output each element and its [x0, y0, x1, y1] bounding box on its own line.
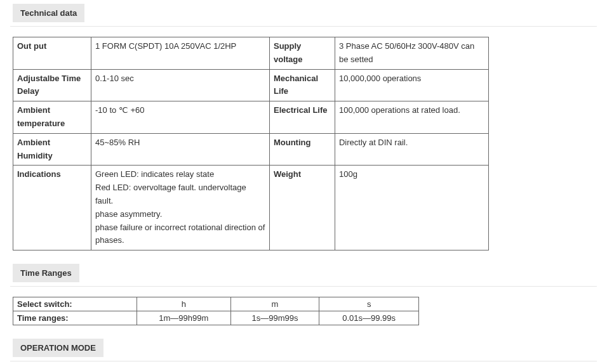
spec-val: -10 to ℃ +60	[91, 101, 270, 134]
spec-val: 45~85% RH	[91, 133, 270, 166]
time-row-label: Select switch:	[13, 297, 137, 311]
time-val: 1m—99h99m	[137, 311, 231, 325]
table-row: Time ranges: 1m—99h99m 1s—99m99s 0.01s—9…	[13, 311, 419, 325]
spec-val: 0.1-10 sec	[91, 69, 270, 101]
indications-line: phase asymmetry.	[95, 209, 162, 219]
spec-val: 100g	[335, 166, 488, 250]
spec-val: Directly at DIN rail.	[335, 133, 488, 166]
spec-val: 100,000 operations at rated load.	[335, 101, 488, 134]
spec-key: Electrical Life	[269, 101, 335, 134]
spec-key: Mounting	[269, 133, 335, 166]
divider	[10, 286, 597, 287]
section-technical-data: Technical data	[13, 4, 84, 22]
spec-key: Adjustalbe Time Delay	[13, 69, 91, 101]
indications-line: phase failure or incorrect rotational di…	[95, 223, 265, 245]
spec-val: 3 Phase AC 50/60Hz 300V-480V can be sett…	[335, 37, 488, 70]
spec-key: Weight	[269, 166, 335, 250]
time-col-s: s	[319, 297, 419, 311]
table-row: Out put 1 FORM C(SPDT) 10A 250VAC 1/2HP …	[13, 37, 489, 70]
table-row: Select switch: h m s	[13, 297, 419, 311]
time-val: 0.01s—99.99s	[319, 311, 419, 325]
spec-key: Out put	[13, 37, 91, 70]
time-col-m: m	[230, 297, 319, 311]
table-row: Ambient temperature -10 to ℃ +60 Electri…	[13, 101, 489, 134]
section-operation-mode: OPERATION MODE	[13, 339, 103, 357]
time-row-label: Time ranges:	[13, 311, 137, 325]
spec-key: Indications	[13, 166, 91, 250]
section-time-ranges: Time Ranges	[13, 264, 79, 282]
divider	[10, 361, 597, 361]
time-val: 1s—99m99s	[230, 311, 319, 325]
spec-key: Ambient temperature	[13, 101, 91, 134]
table-row: Ambient Humidity 45~85% RH Mounting Dire…	[13, 133, 489, 166]
indications-line: Green LED: indicates relay state	[95, 169, 214, 179]
indications-line: Red LED: overvoltage fault. undervoltage…	[95, 183, 246, 205]
spec-key: Ambient Humidity	[13, 133, 91, 166]
spec-val: 1 FORM C(SPDT) 10A 250VAC 1/2HP	[91, 37, 270, 70]
spec-key: Supply voltage	[269, 37, 335, 70]
table-row: Indications Green LED: indicates relay s…	[13, 166, 489, 250]
time-col-h: h	[137, 297, 231, 311]
spec-key: Mechanical Life	[269, 69, 335, 101]
time-ranges-table: Select switch: h m s Time ranges: 1m—99h…	[13, 297, 419, 325]
spec-val: Green LED: indicates relay state Red LED…	[91, 166, 270, 250]
divider	[10, 26, 597, 27]
technical-data-table: Out put 1 FORM C(SPDT) 10A 250VAC 1/2HP …	[13, 37, 489, 250]
table-row: Adjustalbe Time Delay 0.1-10 sec Mechani…	[13, 69, 489, 101]
spec-val: 10,000,000 operations	[335, 69, 488, 101]
